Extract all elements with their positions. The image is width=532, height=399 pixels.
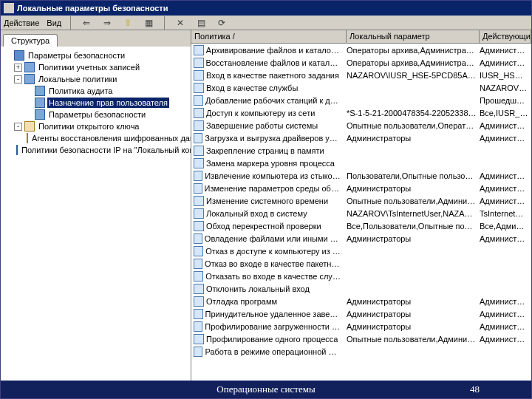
app-icon (4, 3, 14, 13)
policy-row[interactable]: Загрузка и выгрузка драйверов устройствА… (191, 132, 531, 144)
tree-twist-icon (24, 99, 33, 107)
effective-setting: TsInternetUser,IUSR_HSE-5P (480, 209, 531, 218)
tree-label[interactable]: Параметры безопасности (47, 109, 147, 120)
up-button[interactable]: ⇧ (121, 16, 134, 30)
forward-button[interactable]: ⇒ (100, 16, 114, 30)
tree-twist-icon[interactable]: - (14, 123, 22, 131)
policy-name: Работа в режиме операционной системы (205, 347, 344, 356)
tree-label[interactable]: Политики безопасности IP на "Локальный к… (20, 145, 191, 155)
policy-name: Отладка программ (206, 297, 280, 306)
policy-icon (194, 146, 204, 156)
policy-row[interactable]: Отказ во входе в качестве пакетного зад… (191, 257, 531, 270)
tree-node[interactable]: -Политики открытого ключа (2, 120, 189, 132)
policy-name: Овладение файлами или иными объектами (205, 234, 344, 243)
policy-row[interactable]: Работа в режиме операционной системы (191, 345, 531, 358)
delete-button[interactable]: ✕ (174, 16, 187, 30)
tree-label[interactable]: Назначение прав пользователя (47, 98, 169, 108)
policy-row[interactable]: Добавление рабочих станций к доменуПроше… (191, 94, 531, 106)
policy-icon (194, 45, 204, 55)
tree-view[interactable]: Параметры безопасности+Политики учетных … (1, 47, 191, 381)
policy-icon (194, 133, 202, 143)
tree-label[interactable]: Политики учетных записей (37, 62, 141, 72)
tree-node[interactable]: +Политики учетных записей (2, 61, 189, 73)
tab-structure[interactable]: Структура (3, 34, 58, 47)
policy-row[interactable]: Закрепление страниц в памяти (191, 144, 531, 157)
policy-row[interactable]: Отклонить локальный вход (191, 282, 531, 295)
policy-row[interactable]: Отказ в доступе к компьютеру из сети (191, 245, 531, 257)
policy-row[interactable]: Вход в качестве службыNAZAROV\Администра… (191, 81, 531, 94)
tree-label[interactable]: Агенты восстановления шифрованных данных (30, 133, 191, 143)
lock-icon (14, 50, 24, 61)
policy-row[interactable]: Овладение файлами или иными объектамиАдм… (191, 232, 531, 245)
tree-twist-icon[interactable]: + (14, 64, 22, 72)
effective-setting: Все,Администраторы,Прош (480, 222, 531, 231)
tree-label[interactable]: Локальные политики (37, 74, 118, 84)
policy-icon (194, 233, 202, 244)
policy-row[interactable]: Профилирование загруженности системыАдми… (191, 320, 531, 332)
policy-row[interactable]: Замена маркера уровня процесса (191, 157, 531, 169)
menu-action[interactable]: Действие (4, 18, 39, 27)
policy-name: Отклонить локальный вход (206, 284, 313, 293)
policy-row[interactable]: Восстановление файлов и каталоговОперато… (191, 56, 531, 69)
col-policy[interactable]: Политика / (191, 30, 347, 43)
local-setting: Администраторы (347, 234, 480, 243)
effective-setting: Администраторы (480, 171, 531, 180)
tree-node[interactable]: Параметры безопасности (2, 109, 189, 120)
tree-twist-icon (24, 87, 33, 95)
policy-icon (194, 296, 204, 307)
policy-name: Завершение работы системы (206, 121, 321, 130)
policy-row[interactable]: Вход в качестве пакетного заданияNAZAROV… (191, 69, 531, 81)
tree-twist-icon[interactable]: - (14, 75, 22, 83)
effective-setting: Администраторы,Операторы (480, 197, 531, 205)
policy-row[interactable]: Извлечение компьютера из стыковочно…Поль… (191, 169, 531, 182)
policy-row[interactable]: Изменение системного времениОпытные поль… (191, 194, 531, 207)
policy-row[interactable]: Отладка программАдминистраторыАдминистра… (191, 295, 531, 307)
policy-name: Локальный вход в систему (206, 209, 310, 218)
policy-row[interactable]: Завершение работы системыОпытные пользов… (191, 119, 531, 132)
menu-view[interactable]: Вид (47, 18, 61, 27)
tree-node[interactable]: Назначение прав пользователя (2, 97, 189, 109)
policy-row[interactable]: Обход перекрестной проверкиВсе,Пользоват… (191, 219, 531, 232)
local-setting: Опытные пользователи,Операт… (347, 121, 480, 130)
policy-row[interactable]: Принудительное удаленное завершениеАдмин… (191, 307, 531, 320)
refresh-button[interactable]: ⟳ (215, 16, 228, 30)
policy-row[interactable]: Профилирование одного процессаОпытные по… (191, 332, 531, 345)
tree-node[interactable]: Агенты восстановления шифрованных данных (2, 132, 189, 144)
policy-name: Восстановление файлов и каталогов (206, 58, 344, 67)
tree-node[interactable]: Политика аудита (2, 85, 189, 97)
tree-label[interactable]: Политики открытого ключа (37, 121, 140, 132)
tree-node[interactable]: Политики безопасности IP на "Локальный к… (2, 144, 189, 156)
policy-icon (194, 271, 203, 282)
properties-button[interactable]: ▦ (142, 16, 155, 30)
effective-setting: Администраторы (480, 335, 531, 344)
local-setting: Администраторы (347, 310, 480, 318)
local-setting: Администраторы (347, 322, 480, 331)
policy-row[interactable]: Архивирование файлов и каталоговОператор… (191, 44, 531, 56)
titlebar[interactable]: Локальные параметры безопасности (1, 1, 531, 16)
col-effective[interactable]: Действующий параметр (480, 30, 531, 43)
local-setting: Администраторы (347, 184, 480, 193)
tree-node[interactable]: -Локальные политики (2, 73, 189, 85)
policy-list[interactable]: Архивирование файлов и каталоговОператор… (191, 44, 531, 381)
policy-row[interactable]: Доступ к компьютеру из сети*S-1-5-21-200… (191, 106, 531, 119)
separator (70, 16, 71, 30)
policy-icon (194, 321, 202, 332)
book-icon (24, 74, 35, 84)
back-button[interactable]: ⇐ (80, 16, 93, 30)
policy-icon (194, 58, 204, 68)
policy-row[interactable]: Отказать во входе в качестве службы (191, 270, 531, 282)
col-local[interactable]: Локальный параметр (347, 30, 480, 43)
policy-row[interactable]: Локальный вход в системуNAZAROV\TsIntern… (191, 207, 531, 219)
tree-node[interactable]: Параметры безопасности (2, 50, 189, 61)
policy-icon (194, 221, 204, 231)
tree-label[interactable]: Политика аудита (47, 86, 114, 96)
policy-name: Профилирование одного процесса (206, 335, 341, 344)
export-button[interactable]: ▤ (194, 16, 208, 30)
policy-name: Замена маркера уровня процесса (206, 159, 338, 168)
policy-icon (194, 171, 202, 181)
policy-name: Закрепление страниц в памяти (206, 146, 327, 155)
tree-label[interactable]: Параметры безопасности (27, 50, 126, 61)
tree-twist-icon (4, 52, 12, 60)
policy-icon (194, 183, 202, 194)
policy-row[interactable]: Изменение параметров среды оборудованияА… (191, 182, 531, 194)
